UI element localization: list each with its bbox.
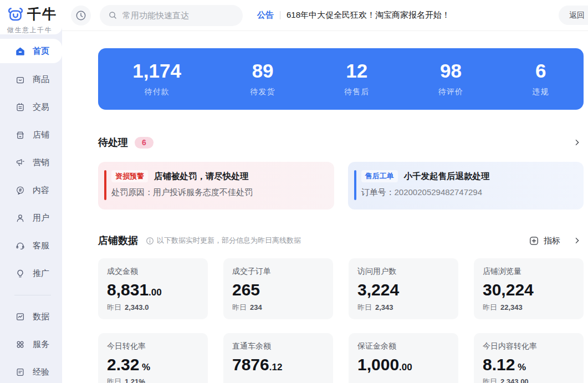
sidebar-item-customer-service[interactable]: 客服 (0, 232, 62, 259)
pending-section-header: 待处理 6 (98, 136, 584, 149)
stat-pending-shipment[interactable]: 89 待发货 (250, 61, 275, 97)
stat-value: 1,174 (132, 61, 181, 80)
megaphone-icon (15, 157, 25, 168)
stat-violations[interactable]: 6 违规 (533, 61, 549, 97)
shop-data-title: 店铺数据 (98, 234, 138, 247)
sidebar-item-label: 经验 (33, 367, 49, 377)
sidebar-item-content[interactable]: 内容 (0, 176, 62, 204)
order-no-value: 2020020529482747294 (395, 187, 483, 197)
add-metric-button[interactable]: 指标 (529, 236, 584, 246)
announcement-separator (280, 11, 280, 19)
metric-card-deposit-balance[interactable]: 保证金余额 1,000.00 (349, 333, 458, 383)
order-no-label: 订单号： (361, 187, 395, 197)
pending-alerts: 资损预警 店铺被处罚，请尽快处理 处罚原因：用户投诉服务态度不佳处罚 售后工单 … (98, 162, 584, 210)
alert-tag: 售后工单 (361, 170, 398, 182)
metric-card-visitors[interactable]: 访问用户数 3,224 昨日2,343 (349, 258, 458, 319)
alert-detail: 订单号：2020020529482747294 (361, 187, 574, 198)
shop-data-note-text: 以下数据实时更新，部分信息为昨日离线数据 (157, 236, 301, 246)
headset-icon (15, 241, 25, 251)
quick-search[interactable] (100, 5, 243, 26)
stat-value: 12 (344, 61, 369, 80)
metric-yesterday: 昨日1.21% (107, 377, 199, 383)
pending-title: 待处理 (98, 136, 128, 149)
stat-label: 待评价 (438, 87, 463, 97)
stat-value: 98 (438, 61, 463, 80)
history-button[interactable] (71, 6, 91, 25)
metric-yesterday (232, 377, 324, 383)
alert-card-aftersale[interactable]: 售后工单 小千发起售后退款处理 订单号：2020020529482747294 (348, 162, 584, 210)
metric-value: 1,000.00 (357, 356, 449, 374)
metric-label: 店铺浏览量 (483, 267, 575, 277)
topbar: 公告 618年中大促全民狂欢！淘宝商家报名开始！ 返回 (62, 0, 588, 31)
metric-card-orders[interactable]: 成交子订单 265 昨日234 (223, 258, 333, 319)
stat-label: 待付款 (132, 87, 181, 97)
sidebar-item-trade[interactable]: 交易 (0, 93, 62, 121)
metric-card-ztc-balance[interactable]: 直通车余额 7876.12 (223, 333, 333, 383)
sidebar-item-label: 店铺 (33, 130, 49, 140)
metric-value: 8,831.00 (107, 281, 199, 299)
alert-title: 小千发起售后退款处理 (404, 171, 490, 182)
back-button[interactable]: 返回 (559, 6, 588, 25)
sidebar-item-users[interactable]: 用户 (0, 204, 62, 232)
sidebar-item-promotion[interactable]: 推广 (0, 259, 62, 287)
sidebar-item-label: 内容 (33, 185, 49, 196)
sidebar-item-experience[interactable]: 经验 (0, 358, 62, 383)
chevron-right-icon (572, 137, 581, 147)
sidebar-item-label: 客服 (33, 241, 49, 251)
sidebar-item-marketing[interactable]: 营销 (0, 149, 62, 176)
stat-pending-review[interactable]: 98 待评价 (438, 61, 463, 97)
metric-label: 成交金额 (107, 267, 199, 277)
search-input[interactable] (122, 11, 235, 20)
metric-card-pageviews[interactable]: 店铺浏览量 30,224 昨日22,343 (474, 258, 584, 319)
alert-detail: 处罚原因：用户投诉服务态度不佳处罚 (111, 187, 324, 198)
sidebar-item-goods[interactable]: 商品 (0, 65, 62, 93)
shop-data-more-button[interactable] (572, 236, 581, 246)
chevron-right-icon (572, 236, 581, 246)
add-metric-label: 指标 (544, 236, 560, 246)
metric-value: 8.12 % (483, 356, 575, 374)
metric-card-content-conversion[interactable]: 今日内容转化率 8.12 % 昨日2,343.00 (474, 333, 584, 383)
clipboard-icon (15, 102, 25, 113)
info-icon (146, 237, 154, 245)
metric-value: 30,224 (483, 281, 575, 299)
metric-value: 7876.12 (232, 356, 324, 374)
shop-data-note: 以下数据实时更新，部分信息为昨日离线数据 (146, 236, 301, 246)
metric-label: 直通车余额 (232, 341, 324, 351)
stat-label: 违规 (533, 87, 549, 97)
sidebar-item-label: 服务 (33, 339, 49, 350)
hash-bubble-icon (15, 185, 25, 196)
sidebar-item-shop[interactable]: 店铺 (0, 121, 62, 149)
sidebar-item-services[interactable]: 服务 (0, 330, 62, 358)
app-tagline: 做生意上千牛 (7, 25, 62, 35)
stat-pending-payment[interactable]: 1,174 待付款 (132, 61, 181, 97)
sidebar-item-home[interactable]: 首页 (0, 39, 62, 63)
logo-block: 千牛 做生意上千牛 (0, 0, 62, 34)
app-name: 千牛 (27, 5, 57, 23)
pending-more-button[interactable] (572, 137, 581, 147)
bag-icon (15, 74, 25, 85)
sidebar-item-label: 首页 (33, 46, 49, 57)
metric-label: 今日转化率 (107, 341, 199, 351)
metric-yesterday: 昨日234 (232, 303, 324, 313)
metric-card-gmv[interactable]: 成交金额 8,831.00 昨日2,343.0 (98, 258, 208, 319)
clock-icon (75, 9, 87, 22)
metric-card-conversion[interactable]: 今日转化率 2.32 % 昨日1.21% (98, 333, 208, 383)
stat-label: 待售后 (344, 87, 369, 97)
metric-yesterday: 昨日2,343.00 (483, 377, 575, 383)
metric-yesterday (357, 377, 449, 383)
sidebar-item-label: 营销 (33, 157, 49, 168)
metric-yesterday: 昨日2,343.0 (107, 303, 199, 313)
alert-accent-bar (354, 170, 356, 200)
qianniu-dashboard: 千牛 做生意上千牛 首页 商品 交易 (0, 0, 588, 383)
shop-data-header: 店铺数据 以下数据实时更新，部分信息为昨日离线数据 指标 (98, 234, 584, 247)
metric-cards: 成交金额 8,831.00 昨日2,343.0 成交子订单 265 昨日234 … (98, 258, 584, 383)
metric-value: 3,224 (357, 281, 449, 299)
alert-tag: 资损预警 (111, 170, 148, 182)
pending-count-badge: 6 (135, 137, 154, 149)
home-icon (15, 46, 25, 57)
announcement-text[interactable]: 618年中大促全民狂欢！淘宝商家报名开始！ (287, 10, 450, 21)
stat-pending-aftersale[interactable]: 12 待售后 (344, 61, 369, 97)
alert-card-risk[interactable]: 资损预警 店铺被处罚，请尽快处理 处罚原因：用户投诉服务态度不佳处罚 (98, 162, 334, 210)
sidebar-item-data[interactable]: 数据 (0, 303, 62, 330)
qianniu-logo-icon (7, 7, 24, 22)
